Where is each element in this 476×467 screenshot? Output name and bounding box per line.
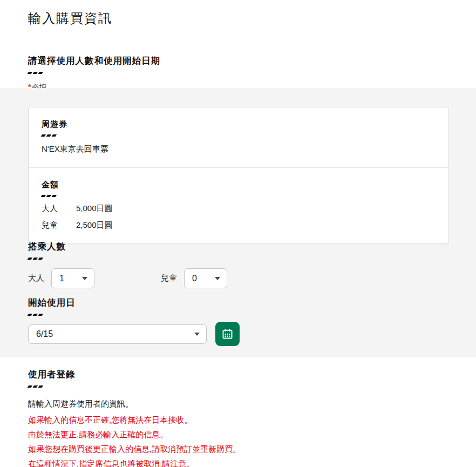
- dashed-underline: [28, 256, 227, 259]
- child-count-label: 兒童: [161, 273, 177, 283]
- price-heading: 金額: [42, 180, 436, 190]
- start-date-value: 6/15: [36, 329, 53, 339]
- selection-section-heading: 請選擇使用人數和使用開始日期: [28, 55, 449, 67]
- adult-count-value: 1: [59, 274, 64, 283]
- start-date-select[interactable]: 6/15: [28, 324, 207, 344]
- child-count-select[interactable]: 0: [184, 268, 227, 288]
- warning-line: 如果輸入的信息不正確,您將無法在日本接收。: [28, 416, 449, 424]
- warning-line: 如果您想在購買後更正輸入的信息,請取消預訂並重新購買。: [28, 445, 449, 453]
- dashed-underline: [28, 313, 240, 315]
- price-adult-value: 5,000日圓: [76, 204, 113, 214]
- warning-line: 在這種情況下,指定席信息也將被取消,請注意。: [28, 459, 449, 467]
- adult-count-label: 大人: [28, 273, 44, 283]
- price-row-child: 兒童 2,500日圓: [42, 220, 436, 231]
- chevron-down-icon: [215, 277, 220, 280]
- adult-count-select[interactable]: 1: [51, 268, 94, 288]
- dashed-underline: [42, 133, 436, 136]
- user-registration-intro: 請輸入周遊券使用者的資訊。: [28, 399, 449, 409]
- chevron-down-icon: [82, 277, 87, 280]
- purchase-options-panel: 周遊券 N'EX東京去回車票 金額 大人 5,000日圓 兒童 2,500日圓 …: [0, 88, 476, 357]
- price-section: 金額 大人 5,000日圓 兒童 2,500日圓: [29, 168, 448, 243]
- user-registration-heading: 使用者登錄: [28, 369, 449, 381]
- pass-heading: 周遊券: [42, 119, 436, 130]
- price-child-value: 2,500日圓: [76, 220, 113, 231]
- calendar-icon: [221, 328, 234, 340]
- dashed-underline: [28, 71, 449, 73]
- warning-line: 由於無法更正,請務必輸入正確的信息。: [28, 430, 449, 438]
- dashed-underline: [28, 384, 449, 387]
- price-adult-label: 大人: [42, 204, 76, 214]
- chevron-down-icon: [194, 333, 200, 336]
- pass-info-card: 周遊券 N'EX東京去回車票 金額 大人 5,000日圓 兒童 2,500日圓: [28, 107, 449, 244]
- start-date-heading: 開始使用日: [28, 297, 240, 309]
- child-count-value: 0: [192, 274, 197, 283]
- dashed-underline: [42, 194, 436, 196]
- price-row-adult: 大人 5,000日圓: [42, 204, 436, 214]
- passengers-heading: 搭乘人數: [28, 241, 227, 253]
- page-title: 輸入購買資訊: [28, 0, 449, 27]
- price-child-label: 兒童: [42, 220, 76, 231]
- calendar-button[interactable]: [215, 322, 240, 346]
- pass-section: 周遊券 N'EX東京去回車票: [29, 107, 448, 167]
- pass-name: N'EX東京去回車票: [42, 144, 436, 154]
